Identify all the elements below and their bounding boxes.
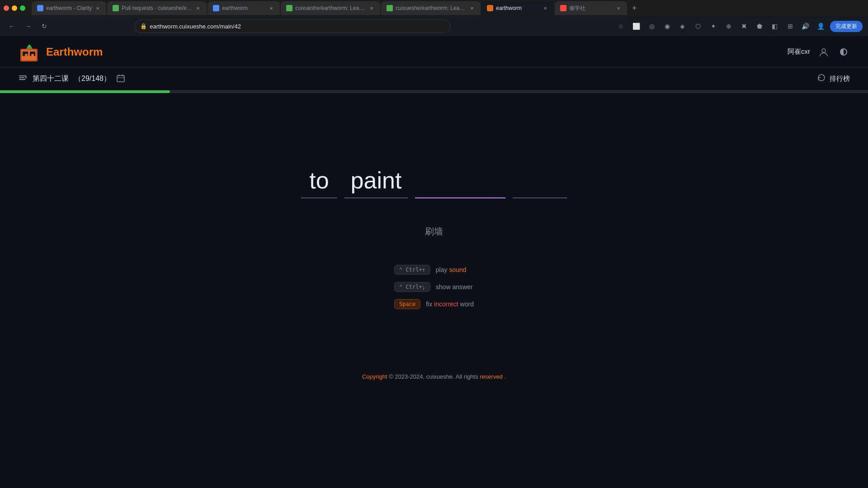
maximize-traffic-light[interactable] xyxy=(20,5,25,11)
browser-toolbar: ← → ↻ 🔒 earthworm.cuixueshe.com/main/42 … xyxy=(0,16,868,36)
browser-tab-7[interactable]: 催学社 ✕ xyxy=(555,1,627,15)
profile-icon[interactable]: 👤 xyxy=(815,20,827,33)
close-traffic-light[interactable] xyxy=(4,5,9,11)
tab-favicon-2 xyxy=(113,5,119,11)
shortcut-highlight-incorrect: incorrect xyxy=(434,300,458,308)
tab-close-4[interactable]: ✕ xyxy=(368,5,375,11)
footer-middle: © 2023-2024, cuixueshe. All rights xyxy=(389,373,480,380)
extension-icon-5[interactable]: ✦ xyxy=(707,20,720,33)
footer-copyright: Copyright xyxy=(362,373,387,380)
browser-tab-5[interactable]: cuixueshe/earthworm: Learn... ✕ xyxy=(381,1,481,15)
shortcut-row-3: Space fix incorrect word xyxy=(394,299,474,309)
tab-close-2[interactable]: ✕ xyxy=(195,5,201,11)
word-blank-1[interactable] xyxy=(415,170,505,197)
svg-point-5 xyxy=(31,54,34,56)
word-slot-2: paint xyxy=(344,167,408,198)
kbd-ctrl-up: ⌃ Ctrl+↑ xyxy=(394,265,430,275)
tab-favicon-4 xyxy=(286,5,292,11)
svg-rect-9 xyxy=(19,79,25,80)
extension-icon-2[interactable]: ◉ xyxy=(661,20,674,33)
lesson-calendar-icon[interactable] xyxy=(116,74,125,84)
word-underline-2 xyxy=(344,197,408,198)
browser-tab-1[interactable]: earthworm - Clarity ✕ xyxy=(32,1,106,15)
tab-title-2: Pull requests · cuixueshe/ear... xyxy=(122,5,192,11)
browser-tab-3[interactable]: earthworm ✕ xyxy=(208,1,280,15)
word-input-area-1 xyxy=(415,170,505,198)
word-slot-1: to xyxy=(301,167,337,198)
app-header: Earthworm 阿崔cxr xyxy=(0,36,868,68)
browser-tab-2[interactable]: Pull requests · cuixueshe/ear... ✕ xyxy=(107,1,207,15)
volume-icon[interactable]: 🔊 xyxy=(799,20,812,33)
tab-favicon-6 xyxy=(487,5,493,11)
user-profile-icon[interactable] xyxy=(817,46,830,58)
extension-icon-1[interactable]: ◎ xyxy=(646,20,658,33)
forward-button[interactable]: → xyxy=(22,20,34,33)
shortcut-action-2: show answer xyxy=(436,283,473,291)
leaderboard-button[interactable]: 排行榜 xyxy=(830,75,850,83)
shortcut-row-1: ⌃ Ctrl+↑ play sound xyxy=(394,265,467,275)
refresh-icon[interactable] xyxy=(817,73,826,84)
update-button[interactable]: 完成更新 xyxy=(830,21,863,32)
tab-close-7[interactable]: ✕ xyxy=(615,5,622,11)
screenshot-icon[interactable]: ⬜ xyxy=(630,20,643,33)
kbd-space: Space xyxy=(394,299,420,309)
tab-close-5[interactable]: ✕ xyxy=(469,5,475,11)
extension-icon-4[interactable]: ⬡ xyxy=(692,20,704,33)
extension-icon-9[interactable]: ◧ xyxy=(769,20,781,33)
header-right: 阿崔cxr xyxy=(788,46,850,58)
lesson-title: 第四十二课 xyxy=(33,74,69,84)
lesson-bar: 第四十二课 （29/148） 排行榜 xyxy=(0,68,868,90)
tab-close-6[interactable]: ✕ xyxy=(542,5,548,11)
back-button[interactable]: ← xyxy=(5,20,18,33)
username-label: 阿崔cxr xyxy=(788,47,810,56)
reload-button[interactable]: ↻ xyxy=(38,20,51,33)
logo-icon xyxy=(18,41,41,63)
tab-title-1: earthworm - Clarity xyxy=(46,5,92,11)
svg-rect-8 xyxy=(19,77,24,78)
tab-close-1[interactable]: ✕ xyxy=(94,5,101,11)
main-content: to paint 刷墙 ⌃ Ct xyxy=(0,93,868,364)
extension-icon-6[interactable]: ⊕ xyxy=(722,20,735,33)
footer-end: . xyxy=(504,373,506,380)
lesson-progress-text: （29/148） xyxy=(74,74,111,84)
tab-title-7: 催学社 xyxy=(569,5,613,12)
browser-chrome: earthworm - Clarity ✕ Pull requests · cu… xyxy=(0,0,868,36)
tab-favicon-5 xyxy=(387,5,393,11)
extension-icon-7[interactable]: ✖ xyxy=(738,20,750,33)
svg-point-4 xyxy=(25,54,28,56)
logo-area: Earthworm xyxy=(18,41,103,63)
kbd-ctrl-semicolon: ⌃ Ctrl+; xyxy=(394,282,430,292)
url-text: earthworm.cuixueshe.com/main/42 xyxy=(150,23,241,30)
shortcuts-area: ⌃ Ctrl+↑ play sound ⌃ Ctrl+; show answer… xyxy=(394,265,474,309)
word-blank-2[interactable] xyxy=(513,170,567,197)
tab-favicon-7 xyxy=(560,5,566,11)
svg-point-6 xyxy=(822,49,826,52)
blank-line-2 xyxy=(513,197,567,198)
shortcut-action-3: fix incorrect word xyxy=(426,300,474,308)
traffic-lights xyxy=(4,5,25,11)
new-tab-button[interactable]: + xyxy=(628,2,641,14)
word-2: paint xyxy=(351,167,402,197)
exercise-area: to paint xyxy=(297,167,571,198)
word-input-area-2 xyxy=(513,170,567,198)
bookmark-icon[interactable]: ☆ xyxy=(615,20,627,33)
extension-icon-3[interactable]: ◈ xyxy=(676,20,689,33)
browser-tab-6[interactable]: earthworm ✕ xyxy=(481,1,554,15)
extension-icon-8[interactable]: ⬟ xyxy=(753,20,766,33)
extension-icon-10[interactable]: ⊞ xyxy=(784,20,797,33)
lesson-menu-icon[interactable] xyxy=(18,73,27,84)
address-bar[interactable]: 🔒 earthworm.cuixueshe.com/main/42 xyxy=(134,19,451,33)
lock-icon: 🔒 xyxy=(140,23,147,29)
minimize-traffic-light[interactable] xyxy=(12,5,17,11)
theme-toggle-icon[interactable] xyxy=(837,46,850,58)
tab-close-3[interactable]: ✕ xyxy=(268,5,274,11)
svg-rect-10 xyxy=(117,75,124,82)
shortcut-highlight-sound: sound xyxy=(449,266,466,273)
browser-tab-4[interactable]: cuixueshe/earthworm: Learn... ✕ xyxy=(281,1,380,15)
tab-title-5: cuixueshe/earthworm: Learn... xyxy=(396,5,466,11)
tab-favicon-1 xyxy=(37,5,43,11)
tab-title-3: earthworm xyxy=(222,5,265,11)
tab-title-4: cuixueshe/earthworm: Learn... xyxy=(295,5,366,11)
tab-favicon-3 xyxy=(213,5,219,11)
word-underline-1 xyxy=(301,197,337,198)
